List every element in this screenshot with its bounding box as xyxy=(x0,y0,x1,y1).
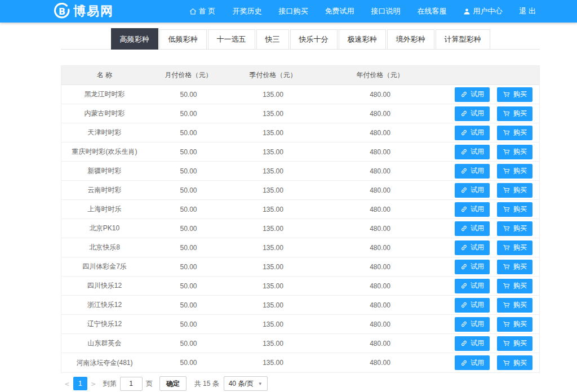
buy-label: 购买 xyxy=(513,224,527,233)
buy-label: 购买 xyxy=(513,281,527,291)
cart-icon xyxy=(503,282,511,289)
trial-button[interactable]: 试用 xyxy=(455,317,490,332)
prev-page-icon[interactable]: < xyxy=(61,380,73,388)
table-row: 河南泳坛夺金(481) 50.00 135.00 480.00 试用 xyxy=(61,353,539,372)
trial-button[interactable]: 试用 xyxy=(455,202,490,217)
trial-button[interactable]: 试用 xyxy=(455,355,490,370)
nav-label: 首 页 xyxy=(199,6,216,16)
buy-button[interactable]: 购买 xyxy=(497,87,532,102)
trial-button[interactable]: 试用 xyxy=(455,126,490,140)
table-row: 北京快乐8 50.00 135.00 480.00 试用 xyxy=(61,238,539,257)
confirm-button[interactable]: 确定 xyxy=(159,376,187,391)
cart-icon xyxy=(503,206,511,213)
trial-button[interactable]: 试用 xyxy=(455,260,490,274)
quarterly-price: 135.00 xyxy=(229,186,317,194)
page-unit-label: 页 xyxy=(146,379,153,389)
nav-api-purchase[interactable]: 接口购买 xyxy=(270,0,316,23)
row-actions: 试用 购买 xyxy=(443,298,539,313)
tab-k3[interactable]: 快三 xyxy=(256,29,289,49)
buy-label: 购买 xyxy=(513,185,527,195)
brand-logo[interactable]: B 博易网 xyxy=(54,3,114,20)
nav-home[interactable]: 首 页 xyxy=(181,0,224,23)
trial-button[interactable]: 试用 xyxy=(455,106,490,121)
monthly-price: 50.00 xyxy=(148,282,229,290)
link-icon xyxy=(460,206,468,213)
monthly-price: 50.00 xyxy=(148,244,229,252)
buy-button[interactable]: 购买 xyxy=(497,221,532,236)
nav-label: 接口说明 xyxy=(371,6,400,16)
quarterly-price: 135.00 xyxy=(229,148,317,156)
page-1-button[interactable]: 1 xyxy=(73,377,87,390)
tab-low-frequency[interactable]: 低频彩种 xyxy=(159,29,207,49)
lottery-name: 北京PK10 xyxy=(61,224,148,233)
tab-high-frequency[interactable]: 高频彩种 xyxy=(111,28,158,50)
tab-computed[interactable]: 计算型彩种 xyxy=(436,29,490,49)
cart-icon xyxy=(503,167,511,175)
tab-overseas[interactable]: 境外彩种 xyxy=(387,29,434,49)
trial-button[interactable]: 试用 xyxy=(455,298,490,313)
row-actions: 试用 购买 xyxy=(443,145,539,159)
buy-button[interactable]: 购买 xyxy=(497,183,532,198)
trial-button[interactable]: 试用 xyxy=(455,336,490,351)
table-row: 重庆时时彩(欢乐生肖) 50.00 135.00 480.00 试用 xyxy=(61,142,539,162)
trial-button[interactable]: 试用 xyxy=(455,240,490,255)
page-size-select[interactable]: 40 条/页 ▼ xyxy=(224,376,268,391)
link-icon xyxy=(460,340,468,347)
lottery-name: 河南泳坛夺金(481) xyxy=(61,358,148,368)
trial-button[interactable]: 试用 xyxy=(455,145,490,159)
buy-label: 购买 xyxy=(513,358,527,368)
cart-icon xyxy=(503,263,511,270)
buy-button[interactable]: 购买 xyxy=(497,240,532,255)
nav-api-docs[interactable]: 接口说明 xyxy=(362,0,409,23)
yearly-price: 480.00 xyxy=(317,91,443,99)
buy-button[interactable]: 购买 xyxy=(497,126,532,140)
nav-user-center[interactable]: 用户中心 xyxy=(455,0,511,23)
buy-label: 购买 xyxy=(513,204,527,214)
lottery-name: 新疆时时彩 xyxy=(61,166,148,176)
link-icon xyxy=(460,301,468,309)
cart-icon xyxy=(503,244,511,251)
page-number-input[interactable] xyxy=(120,377,143,391)
trial-label: 试用 xyxy=(471,281,484,291)
tab-speed[interactable]: 极速彩种 xyxy=(339,29,386,49)
buy-button[interactable]: 购买 xyxy=(497,145,532,159)
tab-happy-10[interactable]: 快乐十分 xyxy=(290,29,338,49)
link-icon xyxy=(460,91,468,98)
pagination: < 1 > 到第 页 确定 共 15 条 40 条/页 ▼ xyxy=(61,376,540,391)
buy-button[interactable]: 购买 xyxy=(497,317,532,332)
link-icon xyxy=(460,148,468,155)
monthly-price: 50.00 xyxy=(148,263,229,271)
nav-logout[interactable]: 退 出 xyxy=(511,0,544,23)
nav-free-trial[interactable]: 免费试用 xyxy=(316,0,362,23)
next-page-icon[interactable]: > xyxy=(87,380,100,388)
trial-button[interactable]: 试用 xyxy=(455,164,490,179)
lottery-name: 内蒙古时时彩 xyxy=(61,109,148,118)
buy-button[interactable]: 购买 xyxy=(497,164,532,179)
quarterly-price: 135.00 xyxy=(229,206,317,213)
buy-button[interactable]: 购买 xyxy=(497,202,532,217)
yearly-price: 480.00 xyxy=(317,320,443,328)
lottery-name: 天津时时彩 xyxy=(61,128,148,137)
trial-button[interactable]: 试用 xyxy=(455,183,490,198)
buy-button[interactable]: 购买 xyxy=(497,355,532,370)
nav-draw-history[interactable]: 开奖历史 xyxy=(224,0,270,23)
row-actions: 试用 购买 xyxy=(443,106,539,121)
nav-label: 在线客服 xyxy=(417,6,446,16)
trial-button[interactable]: 试用 xyxy=(455,221,490,236)
link-icon xyxy=(460,129,468,136)
yearly-price: 480.00 xyxy=(317,244,443,252)
yearly-price: 480.00 xyxy=(317,301,443,309)
buy-button[interactable]: 购买 xyxy=(497,279,532,293)
monthly-price: 50.00 xyxy=(148,129,229,137)
nav-online-service[interactable]: 在线客服 xyxy=(409,0,455,23)
buy-label: 购买 xyxy=(513,338,527,348)
cart-icon xyxy=(503,110,511,117)
trial-button[interactable]: 试用 xyxy=(455,279,490,293)
tab-11x5[interactable]: 十一选五 xyxy=(208,29,255,49)
buy-button[interactable]: 购买 xyxy=(497,336,532,351)
buy-button[interactable]: 购买 xyxy=(497,260,532,274)
buy-button[interactable]: 购买 xyxy=(497,106,532,121)
buy-button[interactable]: 购买 xyxy=(497,298,532,313)
yearly-price: 480.00 xyxy=(317,225,443,233)
trial-button[interactable]: 试用 xyxy=(455,87,490,102)
